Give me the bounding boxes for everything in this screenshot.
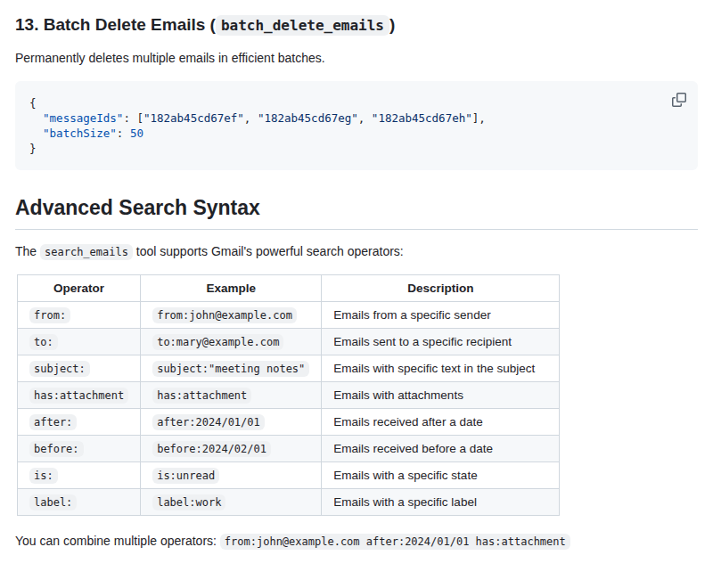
col-header-example: Example	[141, 275, 322, 302]
intro-suffix: tool supports Gmail's powerful search op…	[133, 244, 404, 258]
example-cell: from:john@example.com	[141, 302, 322, 329]
combine-paragraph: You can combine multiple operators: from…	[15, 532, 698, 550]
description-cell: Emails with a specific label	[322, 489, 560, 516]
header-row: Operator Example Description	[18, 275, 560, 302]
example-cell: subject:"meeting notes"	[141, 355, 322, 382]
table-row: before:before:2024/02/01Emails received …	[18, 436, 560, 462]
table-header: Operator Example Description	[18, 275, 560, 302]
description-cell: Emails with a specific state	[322, 462, 560, 489]
example-code: after:2024/01/01	[152, 414, 265, 430]
operator-code: has:attachment	[29, 388, 128, 404]
example-code: subject:"meeting notes"	[152, 361, 309, 377]
operator-cell: label:	[18, 489, 141, 516]
col-header-description: Description	[322, 275, 560, 302]
code-lines: { "messageIds": ["182ab45cd67ef", "182ab…	[29, 96, 486, 155]
combine-code: from:john@example.com after:2024/01/01 h…	[220, 534, 570, 550]
operator-code: before:	[29, 441, 84, 457]
search-operators-tbody: from:from:john@example.comEmails from a …	[18, 302, 560, 516]
example-cell: is:unread	[141, 462, 322, 489]
table-row: label:label:workEmails with a specific l…	[18, 489, 560, 516]
table-row: to:to:mary@example.comEmails sent to a s…	[18, 329, 560, 355]
intro-paragraph: The search_emails tool supports Gmail's …	[15, 242, 698, 260]
operator-cell: after:	[18, 409, 141, 436]
description-cell: Emails from a specific sender	[322, 302, 560, 329]
intro-code: search_emails	[40, 244, 133, 260]
col-header-operator: Operator	[18, 275, 141, 302]
combine-prefix: You can combine multiple operators:	[15, 534, 220, 548]
operator-cell: subject:	[18, 355, 141, 382]
example-cell: to:mary@example.com	[141, 329, 322, 355]
description-cell: Emails received before a date	[322, 436, 560, 462]
section-description: Permanently deletes multiple emails in e…	[15, 49, 698, 67]
intro-prefix: The	[15, 244, 40, 258]
operator-code: label:	[29, 494, 77, 510]
example-cell: before:2024/02/01	[141, 436, 322, 462]
table-row: from:from:john@example.comEmails from a …	[18, 302, 560, 329]
example-code: from:john@example.com	[152, 307, 297, 323]
example-code: before:2024/02/01	[152, 441, 271, 457]
example-code: label:work	[152, 494, 225, 510]
operator-code: to:	[29, 334, 58, 350]
section-heading: 13. Batch Delete Emails (batch_delete_em…	[15, 14, 698, 37]
operator-cell: before:	[18, 436, 141, 462]
operator-code: after:	[29, 414, 77, 430]
operator-code: is:	[29, 468, 58, 484]
search-operators-table: Operator Example Description from:from:j…	[17, 274, 560, 516]
section-heading-suffix: )	[389, 15, 395, 34]
example-code: to:mary@example.com	[152, 334, 283, 350]
example-cell: label:work	[141, 489, 322, 516]
readme-document: 13. Batch Delete Emails (batch_delete_em…	[0, 0, 713, 567]
copy-icon	[672, 96, 686, 110]
description-cell: Emails received after a date	[322, 409, 560, 436]
copy-button[interactable]	[668, 88, 691, 111]
table-row: after:after:2024/01/01Emails received af…	[18, 409, 560, 436]
table-row: has:attachmenthas:attachmentEmails with …	[18, 382, 560, 409]
example-cell: has:attachment	[141, 382, 322, 409]
operator-cell: from:	[18, 302, 141, 329]
operator-code: from:	[29, 307, 70, 323]
advanced-search-heading: Advanced Search Syntax	[15, 195, 698, 230]
section-heading-code: batch_delete_emails	[216, 15, 389, 36]
operator-cell: has:attachment	[18, 382, 141, 409]
table-row: is:is:unreadEmails with a specific state	[18, 462, 560, 489]
json-code-block: { "messageIds": ["182ab45cd67ef", "182ab…	[15, 81, 698, 170]
example-cell: after:2024/01/01	[141, 409, 322, 436]
description-cell: Emails with specific text in the subject	[322, 355, 560, 382]
operator-cell: to:	[18, 329, 141, 355]
operator-cell: is:	[18, 462, 141, 489]
example-code: has:attachment	[152, 388, 251, 404]
code-content: { "messageIds": ["182ab45cd67ef", "182ab…	[29, 95, 684, 156]
description-cell: Emails sent to a specific recipient	[322, 329, 560, 355]
table-row: subject:subject:"meeting notes"Emails wi…	[18, 355, 560, 382]
description-cell: Emails with attachments	[322, 382, 560, 409]
operator-code: subject:	[29, 361, 90, 377]
section-heading-prefix: 13. Batch Delete Emails (	[15, 15, 216, 34]
example-code: is:unread	[152, 468, 219, 484]
